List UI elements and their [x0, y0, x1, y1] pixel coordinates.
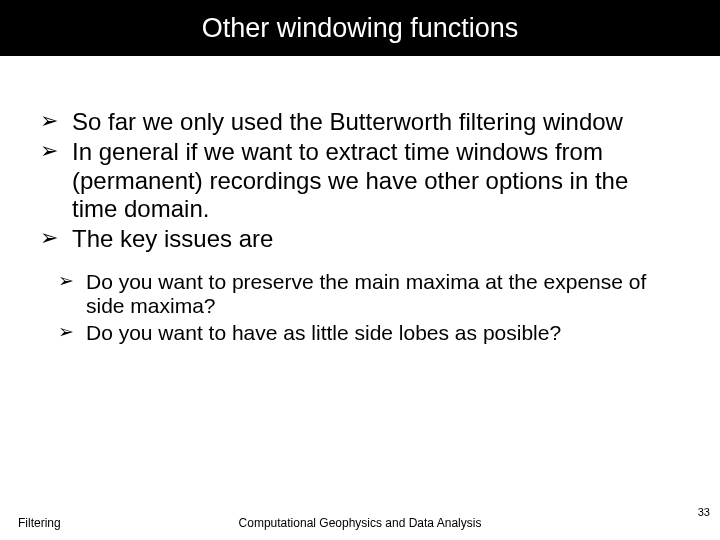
slide-footer: Filtering Computational Geophysics and D… [0, 504, 720, 534]
bullet-item: So far we only used the Butterworth filt… [40, 108, 680, 136]
bullet-text: In general if we want to extract time wi… [72, 138, 628, 222]
bullet-item: The key issues are [40, 225, 680, 253]
sub-bullet-item: Do you want to have as little side lobes… [58, 321, 680, 346]
sub-bullet-list: Do you want to preserve the main maxima … [58, 270, 680, 346]
footer-center-label: Computational Geophysics and Data Analys… [0, 516, 720, 530]
bullet-item: In general if we want to extract time wi… [40, 138, 680, 223]
slide-body: So far we only used the Butterworth filt… [0, 56, 720, 346]
sub-bullet-text: Do you want to preserve the main maxima … [86, 270, 646, 318]
slide-title: Other windowing functions [202, 13, 519, 44]
sub-bullet-item: Do you want to preserve the main maxima … [58, 270, 680, 320]
bullet-text: The key issues are [72, 225, 273, 252]
main-bullet-list: So far we only used the Butterworth filt… [40, 108, 680, 254]
slide-title-bar: Other windowing functions [0, 0, 720, 56]
bullet-text: So far we only used the Butterworth filt… [72, 108, 623, 135]
page-number: 33 [698, 506, 710, 518]
sub-bullet-text: Do you want to have as little side lobes… [86, 321, 561, 344]
